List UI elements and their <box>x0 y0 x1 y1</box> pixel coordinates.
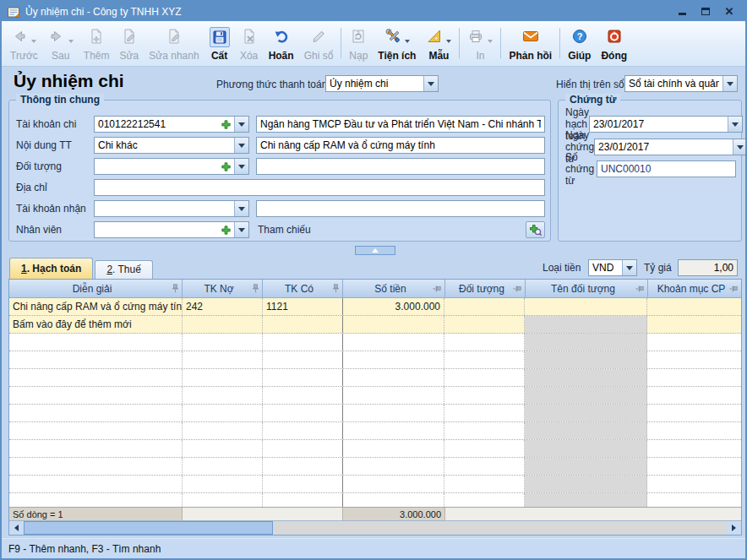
title-bar[interactable]: Ủy nhiệm chi - Công ty TNHH XYZ ✕ <box>2 2 745 21</box>
empty-row[interactable] <box>9 440 741 458</box>
scroll-right-button[interactable] <box>727 521 741 535</box>
payment-method-combo[interactable] <box>325 75 439 92</box>
object-combo[interactable] <box>94 158 249 175</box>
employee-combo[interactable] <box>94 221 249 238</box>
toolbar-button-template[interactable]: Mẫu <box>421 23 456 63</box>
tab-thue[interactable]: 2. Thuế <box>95 260 153 279</box>
cell-khoan-muc-cp[interactable] <box>647 298 741 315</box>
add-plus-icon[interactable] <box>217 159 234 174</box>
minimize-button[interactable] <box>676 7 688 17</box>
chevron-down-icon[interactable] <box>728 117 742 132</box>
receiver-bank-field[interactable] <box>256 200 545 217</box>
toolbar-label-post: Ghi sổ <box>304 50 334 62</box>
currency-label: Loại tiền <box>543 262 581 274</box>
empty-row[interactable] <box>9 369 741 387</box>
bank-name-field[interactable] <box>256 116 545 133</box>
employee-value[interactable] <box>95 222 217 237</box>
toolbar-button-add: Thêm <box>79 23 115 63</box>
collapse-splitter-button[interactable] <box>355 246 395 255</box>
description-field[interactable] <box>256 137 545 154</box>
pin-icon[interactable] <box>433 284 442 296</box>
address-field[interactable] <box>94 179 545 196</box>
posting-date-picker[interactable] <box>589 116 743 133</box>
column-header-doi-tuong[interactable]: Đối tượng <box>445 280 526 297</box>
chevron-down-icon[interactable] <box>622 260 636 275</box>
receiver-account-value[interactable] <box>95 201 234 216</box>
chevron-down-icon[interactable] <box>405 40 410 43</box>
display-on-book-combo[interactable] <box>624 75 738 92</box>
content-value[interactable] <box>95 138 234 153</box>
empty-row[interactable] <box>9 458 741 476</box>
chevron-down-icon[interactable] <box>722 76 737 91</box>
column-header-ten-doi-tuong[interactable]: Tên đối tượng <box>526 280 648 297</box>
pin-icon[interactable] <box>513 284 522 296</box>
maximize-button[interactable] <box>700 7 712 17</box>
chevron-down-icon[interactable] <box>234 159 248 174</box>
cell-tk-no[interactable]: 242 <box>183 298 263 315</box>
empty-row[interactable] <box>9 476 741 493</box>
pin-icon[interactable] <box>729 284 739 296</box>
empty-row[interactable] <box>9 405 741 422</box>
table-row[interactable]: Chi nâng cấp RAM và ổ cứng máy tính 242 … <box>9 298 741 316</box>
close-button[interactable]: ✕ <box>723 7 735 17</box>
payment-method-value[interactable] <box>326 76 423 91</box>
scrollbar-thumb[interactable] <box>24 521 273 535</box>
scroll-left-button[interactable] <box>9 521 24 535</box>
toolbar-button-save[interactable]: Cất <box>204 23 235 63</box>
column-header-tk-co[interactable]: TK Có <box>263 280 343 297</box>
tab-hach-toan[interactable]: 1. Hạch toán <box>9 258 93 279</box>
column-header-tk-no[interactable]: TK Nợ <box>183 280 263 297</box>
toolbar-label-forward: Sau <box>52 50 69 62</box>
posting-date-value[interactable] <box>590 117 728 132</box>
pin-icon[interactable] <box>332 284 340 296</box>
doc-date-picker[interactable] <box>594 139 747 155</box>
doc-no-field[interactable] <box>597 160 736 177</box>
scrollbar-track[interactable] <box>273 521 727 535</box>
content-combo[interactable] <box>94 137 249 154</box>
toolbar-button-post: Ghi sổ <box>299 23 339 63</box>
cell-tk-co[interactable]: 1121 <box>263 298 343 315</box>
account-combo[interactable] <box>94 116 249 133</box>
receiver-account-combo[interactable] <box>94 200 249 217</box>
display-on-book-value[interactable] <box>625 76 722 91</box>
cell-ten-doi-tuong[interactable] <box>525 298 647 315</box>
toolbar-button-feedback[interactable]: Phản hồi <box>504 23 557 63</box>
cell-dien-giai[interactable]: Chi nâng cấp RAM và ổ cứng máy tính <box>9 298 183 315</box>
chevron-down-icon[interactable] <box>234 201 248 216</box>
column-header-khoan-muc-cp[interactable]: Khoản mục CP <box>648 280 741 297</box>
empty-row[interactable] <box>9 422 741 440</box>
add-new-row[interactable]: Bấm vào đây để thêm mới <box>9 316 741 334</box>
pin-icon[interactable] <box>252 284 259 296</box>
chevron-down-icon[interactable] <box>423 76 438 91</box>
empty-row[interactable] <box>9 493 741 507</box>
toolbar-button-undo[interactable]: Hoãn <box>264 23 299 63</box>
object-name-field[interactable] <box>256 158 545 175</box>
pin-icon[interactable] <box>635 284 645 296</box>
cell-doi-tuong[interactable] <box>444 298 525 315</box>
empty-row[interactable] <box>9 351 741 369</box>
pin-icon[interactable] <box>172 284 179 296</box>
toolbar-button-utilities[interactable]: Tiện ích <box>373 23 421 63</box>
currency-value[interactable] <box>589 260 622 275</box>
doc-date-value[interactable] <box>595 139 733 155</box>
add-plus-icon[interactable] <box>217 222 234 237</box>
account-value[interactable] <box>95 117 217 132</box>
empty-row[interactable] <box>9 334 741 351</box>
empty-row[interactable] <box>9 387 741 405</box>
column-header-so-tien[interactable]: Số tiền <box>343 280 445 297</box>
object-value[interactable] <box>95 159 217 174</box>
chevron-down-icon[interactable] <box>234 138 248 153</box>
cell-so-tien[interactable]: 3.000.000 <box>342 298 444 315</box>
chevron-down-icon[interactable] <box>234 222 248 237</box>
toolbar-button-help[interactable]: ? Giúp <box>563 23 596 63</box>
currency-combo[interactable] <box>588 259 637 276</box>
chevron-down-icon[interactable] <box>446 40 451 43</box>
add-row-text[interactable]: Bấm vào đây để thêm mới <box>9 316 183 333</box>
horizontal-scrollbar[interactable] <box>9 520 741 535</box>
column-header-dien-giai[interactable]: Diễn giải <box>9 280 183 297</box>
chevron-down-icon[interactable] <box>234 117 248 132</box>
add-reference-button[interactable] <box>526 221 545 238</box>
add-plus-icon[interactable] <box>217 117 234 132</box>
chevron-down-icon[interactable] <box>733 139 747 155</box>
toolbar-button-close-window[interactable]: Đóng <box>596 23 632 63</box>
